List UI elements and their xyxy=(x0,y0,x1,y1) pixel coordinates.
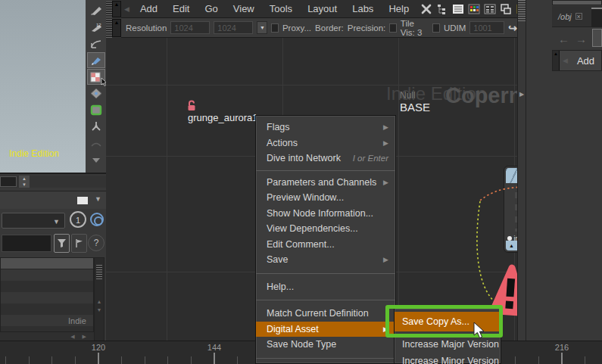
menu-item-help[interactable]: Help... xyxy=(256,279,395,295)
hscroll-arrows-icon[interactable]: ◀ ▶ xyxy=(70,334,89,339)
menu-item-preview-window[interactable]: Preview Window... xyxy=(256,190,395,206)
right-panel-handle[interactable] xyxy=(552,0,602,5)
proxy-checkbox[interactable] xyxy=(271,23,279,33)
udim-checkbox[interactable] xyxy=(432,23,440,33)
reset-icon[interactable]: ↪ xyxy=(508,22,517,34)
tree-view-icon[interactable] xyxy=(435,2,448,15)
menu-item-dive[interactable]: Dive into NetworkI or Enter xyxy=(256,151,395,166)
table-row[interactable] xyxy=(1,303,93,315)
adjacent-tab[interactable] xyxy=(591,8,602,27)
menu-labs[interactable]: Labs xyxy=(345,3,381,14)
arc-icon[interactable] xyxy=(87,135,105,151)
table-row[interactable] xyxy=(1,292,93,303)
forward-arrow-icon[interactable]: → xyxy=(575,33,587,45)
menu-item-save[interactable]: Save▶ xyxy=(256,252,395,268)
target-rings-icon[interactable] xyxy=(90,213,104,226)
submenu-arrow-icon: ▶ xyxy=(383,123,388,131)
help-button[interactable]: ? xyxy=(88,235,104,251)
checker-pattern-icon[interactable] xyxy=(87,69,105,85)
menu-item-digital-asset[interactable]: Digital Asset▶ xyxy=(256,322,395,338)
add-row-handle[interactable]: ▲ xyxy=(553,51,560,70)
brush-12-icon[interactable]: 12 xyxy=(87,19,105,35)
submenu-item-increase-minor[interactable]: Increase Minor Version xyxy=(395,353,501,364)
swatch-row: ▼ xyxy=(0,191,106,209)
diamond-icon[interactable] xyxy=(87,86,105,101)
turbine-icon[interactable] xyxy=(87,119,105,135)
list-icon[interactable] xyxy=(451,2,464,15)
scrollbar-grip[interactable] xyxy=(96,264,102,279)
mode-dropdown[interactable]: ▼ xyxy=(2,213,65,229)
scroll-up-icon[interactable]: ▲ xyxy=(95,299,104,304)
menu-layout[interactable]: Layout xyxy=(300,3,345,14)
obj-path-tab[interactable]: /obj xyxy=(552,12,572,21)
curve-tool-icon[interactable] xyxy=(87,36,105,51)
base-node-type: Null xyxy=(400,90,416,101)
menu-item-edit-comment[interactable]: Edit Comment... xyxy=(256,237,395,253)
dropdown-arrow-icon: ▼ xyxy=(260,25,265,30)
pane-expand-icon[interactable]: ▶ xyxy=(518,91,526,98)
chevron-down-icon[interactable] xyxy=(87,152,105,168)
menu-tools[interactable]: Tools xyxy=(262,3,300,14)
stepper-control[interactable]: ▲▼ xyxy=(19,176,30,188)
scroll-down-icon[interactable]: ▼ xyxy=(95,307,104,313)
menu-item-flags[interactable]: Flags▶ xyxy=(256,120,395,135)
base-node-title[interactable]: BASE xyxy=(400,101,430,114)
table-row[interactable] xyxy=(1,281,93,292)
menu-add[interactable]: Add xyxy=(133,3,165,14)
filter-input[interactable] xyxy=(2,235,51,252)
add-button[interactable]: Add xyxy=(577,55,594,67)
mouse-cursor-icon xyxy=(473,322,487,340)
menu-help[interactable]: Help xyxy=(381,3,416,14)
blue-brush-icon[interactable] xyxy=(87,52,105,68)
main-menu-bar: ◀ Add Edit Go View Tools Layout Labs Hel… xyxy=(121,0,517,18)
step-up-icon[interactable]: ▲ xyxy=(22,176,27,181)
pane-splitter[interactable]: ▶ xyxy=(517,0,526,341)
udim-field[interactable] xyxy=(469,21,504,34)
menu-view[interactable]: View xyxy=(226,3,262,14)
precision-checkbox[interactable] xyxy=(389,23,397,33)
splitter-grip[interactable] xyxy=(518,0,526,21)
add-overflow-icon: ◀ xyxy=(560,57,571,64)
tools-icon[interactable] xyxy=(420,2,432,15)
grid-cells-icon[interactable] xyxy=(483,2,496,15)
back-arrow-icon[interactable]: ← xyxy=(558,33,569,45)
filter-funnel-button[interactable] xyxy=(54,234,70,253)
pane-grip[interactable] xyxy=(106,0,112,38)
color-swatch[interactable] xyxy=(77,197,88,204)
menu-edit[interactable]: Edit xyxy=(165,3,197,14)
table-header[interactable] xyxy=(1,258,93,269)
dropdown-arrow-icon[interactable]: ▼ xyxy=(95,195,101,203)
resolution-height-field[interactable] xyxy=(214,21,253,34)
menu-separator xyxy=(256,273,395,274)
paint-brush-icon[interactable] xyxy=(87,2,105,18)
menu-item-parameters[interactable]: Parameters and Channels▶ xyxy=(256,175,395,191)
menu-item-match-definition[interactable]: Match Current Definition xyxy=(256,306,395,322)
step-down-icon[interactable]: ▼ xyxy=(22,182,27,187)
menu-go[interactable]: Go xyxy=(197,3,225,14)
table-row[interactable] xyxy=(1,269,93,281)
menu-item-actions[interactable]: Actions▶ xyxy=(256,135,395,151)
udim-label: UDIM xyxy=(444,23,466,33)
menu-item-view-dependencies[interactable]: View Dependencies... xyxy=(256,221,395,237)
submenu-arrow-icon: ▶ xyxy=(383,256,388,263)
close-tab-icon[interactable]: × xyxy=(575,13,582,20)
menubar-handle[interactable]: ▲ xyxy=(112,1,121,17)
menu-item-show-node-info[interactable]: Show Node Information... xyxy=(256,206,395,222)
palette-icon[interactable] xyxy=(467,2,480,15)
table-scrollbar[interactable]: ▲ ▼ xyxy=(94,257,104,351)
count-badge[interactable]: 1 xyxy=(70,211,86,228)
grunge-node-title[interactable]: grunge_aurora1 xyxy=(188,112,258,123)
panel-icon-button[interactable] xyxy=(592,29,602,47)
resolution-dropdown[interactable]: ▼ xyxy=(257,21,267,34)
windows-icon[interactable] xyxy=(499,2,512,15)
flag-button[interactable] xyxy=(71,234,87,253)
number-field[interactable] xyxy=(0,176,17,187)
submenu-arrow-icon: ▶ xyxy=(383,139,388,147)
resolution-width-field[interactable] xyxy=(170,21,210,34)
menu-item-save-node-type[interactable]: Save Node Type xyxy=(256,337,395,353)
question-icon: ? xyxy=(94,238,99,248)
precision-label: Precision: xyxy=(348,23,386,33)
green-frame-icon[interactable] xyxy=(87,102,105,118)
resbar-handle[interactable]: ▲ xyxy=(112,19,121,37)
scene-viewport[interactable]: Indie Edition xyxy=(0,0,86,173)
